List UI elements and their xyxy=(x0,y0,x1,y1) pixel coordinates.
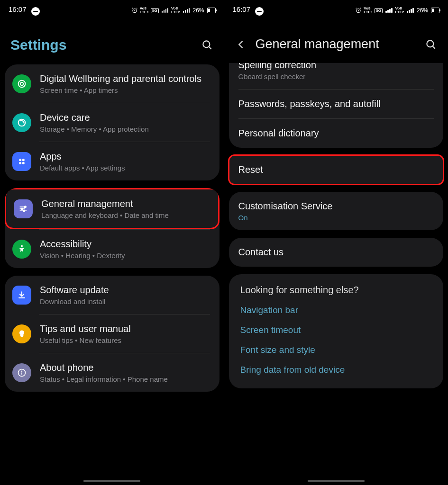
settings-group: Digital Wellbeing and parental controls … xyxy=(5,64,219,180)
header-general-management: General management xyxy=(224,21,448,63)
battery-icon xyxy=(207,8,216,13)
svg-point-5 xyxy=(19,159,21,161)
link-font-size[interactable]: Font size and style xyxy=(229,340,444,360)
devicecare-icon xyxy=(12,113,31,132)
row-title: Software update xyxy=(40,284,210,296)
row-title: About phone xyxy=(40,362,210,374)
svg-point-8 xyxy=(22,162,25,164)
status-time: 16:07 xyxy=(233,5,264,16)
gm-group-top: Spelling correction Gboard spell checker… xyxy=(229,63,444,148)
link-bring-data[interactable]: Bring data from old device xyxy=(229,360,444,380)
svg-point-1 xyxy=(203,41,210,47)
search-button[interactable] xyxy=(424,38,438,51)
status-bar: 16:07 Vo8LTE1 5G Vo8LTE2 26% xyxy=(224,0,448,21)
alarm-icon xyxy=(131,7,138,14)
page-title: General management xyxy=(256,37,416,52)
row-contact-us[interactable]: Contact us xyxy=(229,238,444,267)
row-software-update[interactable]: Software update Download and install xyxy=(5,276,219,314)
apps-icon xyxy=(12,152,31,171)
accessibility-icon xyxy=(12,240,31,259)
svg-point-12 xyxy=(21,245,23,247)
row-title: Spelling correction xyxy=(238,63,434,71)
row-about-phone[interactable]: About phone Status • Legal information •… xyxy=(5,353,219,392)
gm-group-looking: Looking for something else? Navigation b… xyxy=(229,274,444,388)
nav-handle[interactable] xyxy=(308,480,365,482)
svg-point-18 xyxy=(427,40,433,47)
row-accessibility[interactable]: Accessibility Vision • Hearing • Dexteri… xyxy=(5,230,219,268)
fiveg-badge: 5G xyxy=(375,8,383,13)
back-button[interactable] xyxy=(235,38,247,51)
battery-icon xyxy=(431,8,439,13)
settings-list[interactable]: Digital Wellbeing and parental controls … xyxy=(0,64,224,485)
row-subtitle: Gboard spell checker xyxy=(238,72,434,81)
signal2-icon xyxy=(183,8,190,13)
row-device-care[interactable]: Device care Storage • Memory • App prote… xyxy=(5,103,219,142)
status-bar: 16:07 Vo8LTE1 5G Vo8LTE2 26% xyxy=(0,0,224,21)
lte2-label: Vo8LTE2 xyxy=(395,7,404,14)
row-subtitle: Useful tips • New features xyxy=(40,336,210,344)
chevron-left-icon xyxy=(236,39,246,50)
row-passwords[interactable]: Passwords, passkeys, and autofill xyxy=(229,90,444,118)
status-right: Vo8LTE1 5G Vo8LTE2 26% xyxy=(355,7,439,14)
svg-point-15 xyxy=(21,370,23,372)
signal1-icon xyxy=(162,8,169,13)
svg-rect-13 xyxy=(21,336,23,337)
row-apps[interactable]: Apps Default apps • App settings xyxy=(5,142,219,180)
svg-point-3 xyxy=(20,82,23,85)
row-title: Digital Wellbeing and parental controls xyxy=(40,73,210,85)
alarm-icon xyxy=(355,7,362,14)
time-text: 16:07 xyxy=(9,5,27,13)
signal2-icon xyxy=(407,8,414,13)
search-icon xyxy=(201,39,213,51)
row-subtitle: Vision • Hearing • Dexterity xyxy=(40,251,210,260)
row-subtitle: Status • Legal information • Phone name xyxy=(40,375,210,383)
phone-right: 16:07 Vo8LTE1 5G Vo8LTE2 26% General man… xyxy=(224,0,448,485)
gm-group-contact: Contact us xyxy=(229,238,444,267)
header-settings: Settings xyxy=(0,21,224,64)
link-screen-timeout[interactable]: Screen timeout xyxy=(229,320,444,340)
row-subtitle: Download and install xyxy=(40,297,210,305)
tips-icon xyxy=(12,324,31,343)
fiveg-badge: 5G xyxy=(151,8,159,13)
row-subtitle: Screen time • App timers xyxy=(40,86,210,94)
battery-text: 26% xyxy=(192,7,204,14)
row-title: Tips and user manual xyxy=(40,323,210,335)
page-title: Settings xyxy=(10,37,192,53)
svg-point-10 xyxy=(21,208,23,209)
gm-list[interactable]: Spelling correction Gboard spell checker… xyxy=(224,63,448,485)
svg-point-11 xyxy=(23,210,25,211)
row-general-management[interactable]: General management Language and keyboard… xyxy=(6,189,218,228)
row-title: Reset xyxy=(238,164,434,176)
row-customisation-service[interactable]: Customisation Service On xyxy=(229,192,444,230)
row-title: Customisation Service xyxy=(238,200,434,212)
dnd-icon xyxy=(31,7,40,16)
row-tips[interactable]: Tips and user manual Useful tips • New f… xyxy=(5,314,219,353)
time-text: 16:07 xyxy=(233,5,251,13)
row-reset[interactable]: Reset xyxy=(229,155,444,184)
wellbeing-icon xyxy=(12,74,31,93)
row-digital-wellbeing[interactable]: Digital Wellbeing and parental controls … xyxy=(5,64,219,103)
row-personal-dictionary[interactable]: Personal dictionary xyxy=(229,119,444,148)
row-subtitle: Default apps • App settings xyxy=(40,164,210,172)
lte1-label: Vo8LTE1 xyxy=(364,7,373,14)
phone-left: 16:07 Vo8LTE1 5G Vo8LTE2 26% Settings xyxy=(0,0,224,485)
row-spelling-correction[interactable]: Spelling correction Gboard spell checker xyxy=(229,63,444,89)
row-subtitle: Storage • Memory • App protection xyxy=(40,125,210,133)
svg-point-9 xyxy=(25,206,26,207)
highlight-frame: General management Language and keyboard… xyxy=(5,188,219,229)
gm-group-customisation: Customisation Service On xyxy=(229,192,444,230)
battery-text: 26% xyxy=(417,7,428,14)
settings-group: General management Language and keyboard… xyxy=(5,188,219,268)
svg-point-6 xyxy=(22,159,25,161)
search-button[interactable] xyxy=(201,38,214,52)
link-navigation-bar[interactable]: Navigation bar xyxy=(229,300,444,320)
search-icon xyxy=(425,38,437,51)
svg-rect-16 xyxy=(21,372,22,375)
row-title: General management xyxy=(41,198,209,210)
row-title: Device care xyxy=(40,112,210,124)
row-title: Personal dictionary xyxy=(238,127,434,139)
row-subtitle: Language and keyboard • Date and time xyxy=(41,211,209,219)
looking-heading: Looking for something else? xyxy=(229,274,444,300)
nav-handle[interactable] xyxy=(83,480,140,482)
lte2-label: Vo8LTE2 xyxy=(171,7,180,14)
